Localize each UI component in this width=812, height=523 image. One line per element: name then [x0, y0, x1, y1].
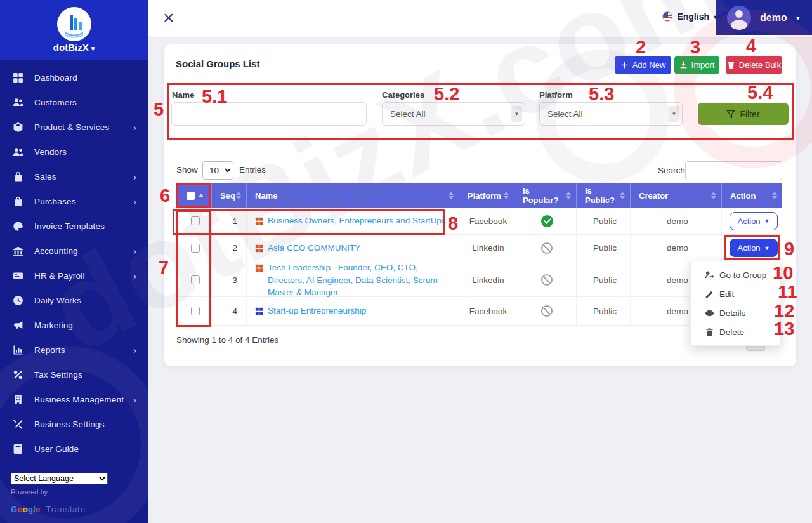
categories-select[interactable]: Select All▼ [382, 102, 525, 126]
group-link[interactable]: Tech Leadership - Founder, CEO, CTO, Dir… [268, 262, 454, 299]
action-dropdown-menu: Go to Group Edit Details Delete [690, 261, 780, 346]
row-checkbox[interactable] [191, 244, 200, 253]
chevron-down-icon: ▼ [669, 106, 679, 122]
header-platform[interactable]: Platform [459, 183, 514, 208]
action-button-open[interactable]: Action▼ [730, 239, 777, 257]
seq-cell: 2 [211, 235, 246, 261]
group-link[interactable]: Start-up Entrepreneurship [268, 305, 366, 317]
sidebar-item-daily-works[interactable]: Daily Works [0, 288, 148, 313]
filter-button[interactable]: Filter [698, 103, 789, 125]
chevron-right-icon: › [133, 246, 136, 256]
sidebar: dotBizX▾ Dashboard Customers Product & S… [0, 0, 148, 523]
sidebar-item-label: Vendors [34, 147, 67, 157]
sidebar-item-product-services[interactable]: Product & Services› [0, 115, 148, 140]
group-link[interactable]: Business Owners, Entrepreneurs and Start… [268, 215, 446, 227]
page-size-select[interactable]: 10 [202, 161, 233, 180]
close-icon[interactable]: × [163, 6, 174, 29]
sidebar-item-user-guide[interactable]: User Guide [0, 437, 148, 461]
import-icon [679, 61, 688, 69]
search-label: Search [658, 166, 685, 175]
percent-icon [13, 369, 23, 380]
menu-item-edit[interactable]: Edit [691, 284, 780, 303]
sidebar-item-accounting[interactable]: Accounting› [0, 239, 148, 263]
language-switcher[interactable]: English ▾ [662, 11, 717, 22]
grid-icon [255, 217, 263, 225]
building-icon [13, 394, 23, 405]
blocked-icon [541, 305, 553, 317]
sidebar-item-marketing[interactable]: Marketing [0, 313, 148, 338]
header-seq[interactable]: Seq [211, 183, 246, 208]
header-is-popular[interactable]: Is Popular? [514, 183, 576, 208]
bag-icon [13, 196, 23, 207]
logo-text[interactable]: dotBizX▾ [0, 42, 148, 53]
select-all-header[interactable] [176, 183, 211, 208]
platform-filter-label: Platform [539, 90, 573, 100]
group-link[interactable]: Asia CEO COMMUNITY [268, 242, 360, 255]
check-circle-icon [541, 215, 553, 227]
sidebar-item-reports[interactable]: Reports› [0, 338, 148, 362]
action-button[interactable]: Action▼ [730, 212, 777, 230]
row-checkbox[interactable] [191, 307, 200, 315]
sort-icons [236, 192, 241, 199]
is-public-cell: Public [576, 208, 630, 234]
sidebar-item-tax-settings[interactable]: Tax Settings [0, 362, 148, 387]
sidebar-item-label: Accounting [34, 246, 78, 256]
user-menu[interactable]: demo ▾ [716, 0, 812, 35]
seq-cell: 3 [211, 262, 246, 299]
grid-icon [255, 244, 263, 253]
row-checkbox[interactable] [191, 216, 200, 225]
funnel-icon [726, 110, 735, 119]
platform-cell: Linkedin [459, 262, 514, 299]
delete-bulk-button[interactable]: Delete Bulk [726, 56, 782, 74]
sidebar-item-customers[interactable]: Customers [0, 90, 148, 115]
menu-item-delete[interactable]: Delete [691, 322, 780, 341]
menu-item-details[interactable]: Details [691, 303, 780, 322]
menu-item-go-to-group[interactable]: Go to Group [691, 265, 780, 284]
search-input[interactable] [685, 161, 782, 180]
language-select[interactable]: Select Language [11, 473, 108, 484]
platform-select[interactable]: Select All▼ [539, 102, 683, 126]
bag-icon [13, 171, 23, 182]
platform-cell: Facebook [459, 297, 514, 325]
chevron-right-icon: › [133, 271, 136, 281]
name-filter-input[interactable] [171, 102, 367, 126]
sort-icons [772, 192, 777, 199]
seq-cell: 1 [211, 208, 246, 234]
delete-bulk-label: Delete Bulk [739, 60, 781, 70]
users-icon [13, 147, 23, 157]
row-checkbox[interactable] [191, 275, 200, 284]
is-popular-cell [514, 235, 576, 261]
table-header-row: Seq Name Platform Is Popular? Is Public?… [176, 183, 782, 208]
sidebar-item-sales[interactable]: Sales› [0, 164, 148, 189]
megaphone-icon [13, 320, 23, 331]
sidebar-item-purchases[interactable]: Purchases› [0, 189, 148, 214]
header-name[interactable]: Name [246, 183, 459, 208]
add-new-button[interactable]: Add New [615, 56, 671, 74]
categories-filter-label: Categories [382, 90, 424, 100]
is-popular-cell [514, 262, 576, 299]
sidebar-item-dashboard[interactable]: Dashboard [0, 65, 148, 90]
sidebar-item-business-settings[interactable]: Business Settings [0, 412, 148, 437]
sidebar-item-hr-payroll[interactable]: HR & Payroll› [0, 263, 148, 288]
sidebar-footer: Select Language Powered by Google Transl… [0, 472, 148, 523]
sidebar-item-invoice-templates[interactable]: Invoice Templates [0, 214, 148, 239]
trash-icon [705, 328, 714, 337]
sidebar-item-business-management[interactable]: Business Management› [0, 387, 148, 412]
header-is-public[interactable]: Is Public? [576, 183, 630, 208]
page-title: Social Groups List [176, 58, 260, 69]
us-flag-icon [662, 11, 672, 22]
grid-icon [255, 264, 263, 272]
header-creator[interactable]: Creator [630, 183, 721, 208]
select-all-checkbox[interactable] [187, 192, 195, 200]
import-button[interactable]: Import [674, 56, 719, 74]
chart-icon [13, 345, 23, 355]
google-translate[interactable]: Google Translate [11, 505, 148, 514]
dotbizx-logo[interactable] [56, 6, 92, 42]
chevron-down-icon: ▾ [796, 13, 800, 22]
sidebar-item-vendors[interactable]: Vendors [0, 140, 148, 164]
header-action[interactable]: Action [721, 183, 782, 208]
chevron-right-icon: › [133, 345, 136, 355]
show-label: Show [176, 165, 198, 175]
box-icon [13, 122, 23, 133]
is-public-cell: Public [576, 262, 630, 299]
